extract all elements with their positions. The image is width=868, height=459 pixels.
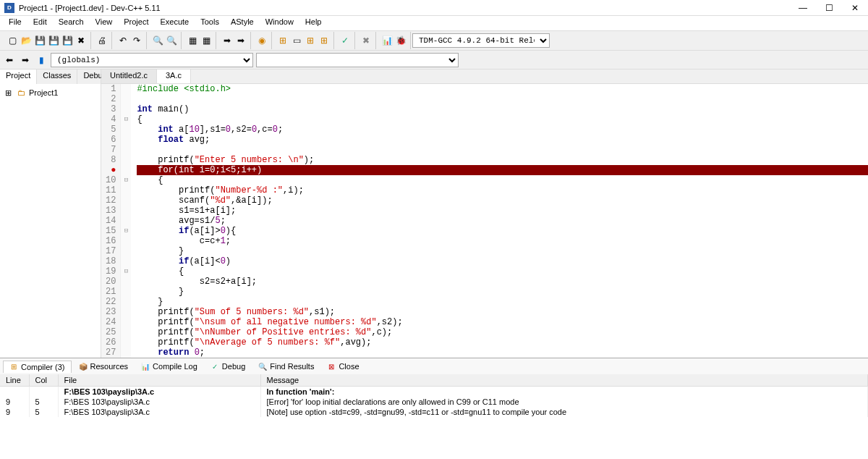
member-select[interactable] <box>256 53 459 67</box>
chart-icon[interactable]: 📊 <box>380 34 393 47</box>
bottom-tab-compiler-[interactable]: ⊞Compiler (3) <box>3 361 72 373</box>
redo-icon[interactable]: ↷ <box>130 34 143 47</box>
maximize-button[interactable]: ☐ <box>820 2 838 14</box>
tree-root-label: Project1 <box>29 88 58 97</box>
left-tabs: ProjectClassesDebug <box>0 70 101 84</box>
main-toolbar: ▢ 📂 💾 💾 💾 ✖ 🖨 ↶ ↷ 🔍 🔍 ▦ ▦ ➡ ➡ ◉ ⊞ ▭ ⊞ ⊞ … <box>0 30 868 51</box>
find-icon[interactable]: 🔍 <box>151 34 164 47</box>
window-title: Project1 - [Project1.dev] - Dev-C++ 5.11 <box>19 4 794 12</box>
open-icon[interactable]: 📂 <box>20 34 33 47</box>
check-icon[interactable]: ✓ <box>339 34 352 47</box>
menu-project[interactable]: Project <box>118 16 154 30</box>
compile-icon[interactable]: ▦ <box>186 34 199 47</box>
app-icon: D <box>4 3 14 13</box>
grid3-icon[interactable]: ⊞ <box>318 34 331 47</box>
close-button[interactable]: ✕ <box>846 2 864 14</box>
bottom-panel: ⊞Compiler (3)📦Resources📊Compile Log✓Debu… <box>0 358 868 453</box>
left-tab-classes[interactable]: Classes <box>37 70 77 84</box>
run-icon[interactable]: ▦ <box>200 34 213 47</box>
titlebar: D Project1 - [Project1.dev] - Dev-C++ 5.… <box>0 0 868 16</box>
menu-astyle[interactable]: AStyle <box>225 16 260 30</box>
menu-help[interactable]: Help <box>299 16 328 30</box>
col-col[interactable]: Col <box>29 374 58 387</box>
scope-toolbar: ⬅ ➡ ▮ (globals) <box>0 51 868 70</box>
tree-root[interactable]: ⊞ 🗀 Project1 <box>3 87 98 98</box>
menu-file[interactable]: File <box>3 16 27 30</box>
col-line[interactable]: Line <box>0 374 29 387</box>
save-all-icon[interactable]: 💾 <box>47 34 60 47</box>
menubar: FileEditSearchViewProjectExecuteToolsASt… <box>0 16 868 30</box>
expand-icon[interactable]: ⊞ <box>3 88 13 98</box>
menu-search[interactable]: Search <box>53 16 90 30</box>
editor-area: Untitled2.c3A.c 12345678●101112131415161… <box>101 70 868 358</box>
bottom-tabs: ⊞Compiler (3)📦Resources📊Compile Log✓Debu… <box>0 358 868 374</box>
project-icon: 🗀 <box>16 88 26 98</box>
main-area: ProjectClassesDebug ⊞ 🗀 Project1 Untitle… <box>0 70 868 358</box>
grid-icon[interactable]: ⊞ <box>276 34 289 47</box>
editor-tab[interactable]: Untitled2.c <box>101 70 157 83</box>
close-file-icon[interactable]: ✖ <box>75 34 88 47</box>
menu-execute[interactable]: Execute <box>154 16 195 30</box>
new-file-icon[interactable]: ▢ <box>6 34 19 47</box>
replace-icon[interactable]: 🔍 <box>165 34 178 47</box>
code-editor[interactable]: 12345678●1011121314151617181920212223242… <box>101 84 868 358</box>
grid2-icon[interactable]: ⊞ <box>304 34 317 47</box>
bookmark-icon[interactable]: ▮ <box>35 54 48 67</box>
save-icon[interactable]: 💾 <box>33 34 46 47</box>
left-tab-project[interactable]: Project <box>0 70 37 84</box>
scope-select[interactable]: (globals) <box>51 53 253 67</box>
back-icon[interactable]: ⬅ <box>3 54 16 67</box>
left-panel: ProjectClassesDebug ⊞ 🗀 Project1 <box>0 70 101 358</box>
editor-tabs: Untitled2.c3A.c <box>101 70 868 84</box>
forward-icon[interactable]: ➡ <box>19 54 32 67</box>
x-icon[interactable]: ✖ <box>359 34 373 47</box>
minimize-button[interactable]: — <box>794 2 812 14</box>
compile-run-icon[interactable]: ➡ <box>221 34 234 47</box>
bottom-tab-compile-log[interactable]: 📊Compile Log <box>135 361 203 372</box>
menu-view[interactable]: View <box>90 16 119 30</box>
project-tree: ⊞ 🗀 Project1 <box>0 84 101 358</box>
rebuild-icon[interactable]: ➡ <box>234 34 247 47</box>
bottom-tab-resources[interactable]: 📦Resources <box>73 361 135 372</box>
bottom-tab-close[interactable]: ⊠Close <box>321 361 365 372</box>
menu-window[interactable]: Window <box>260 16 299 30</box>
compiler-select[interactable]: TDM-GCC 4.9.2 64-bit Release <box>412 33 550 48</box>
compiler-row[interactable]: 95F:\BES 103\payslip\3A.c[Note] use opti… <box>0 407 868 417</box>
compiler-row[interactable]: F:\BES 103\payslip\3A.cIn function 'main… <box>0 387 868 397</box>
window-icon[interactable]: ▭ <box>290 34 303 47</box>
menu-edit[interactable]: Edit <box>27 16 53 30</box>
col-message[interactable]: Message <box>260 374 868 387</box>
compiler-output-table: LineColFileMessage F:\BES 103\payslip\3A… <box>0 374 868 417</box>
save-as-icon[interactable]: 💾 <box>61 34 74 47</box>
bottom-tab-find-results[interactable]: 🔍Find Results <box>252 361 320 372</box>
col-file[interactable]: File <box>58 374 260 387</box>
menu-tools[interactable]: Tools <box>195 16 225 30</box>
compiler-row[interactable]: 95F:\BES 103\payslip\3A.c[Error] 'for' l… <box>0 397 868 407</box>
print-icon[interactable]: 🖨 <box>95 34 109 47</box>
bottom-tab-debug[interactable]: ✓Debug <box>205 361 251 372</box>
undo-icon[interactable]: ↶ <box>116 34 129 47</box>
debug-icon[interactable]: ◉ <box>255 34 268 47</box>
editor-tab[interactable]: 3A.c <box>157 70 191 83</box>
bug-icon[interactable]: 🐞 <box>394 34 407 47</box>
